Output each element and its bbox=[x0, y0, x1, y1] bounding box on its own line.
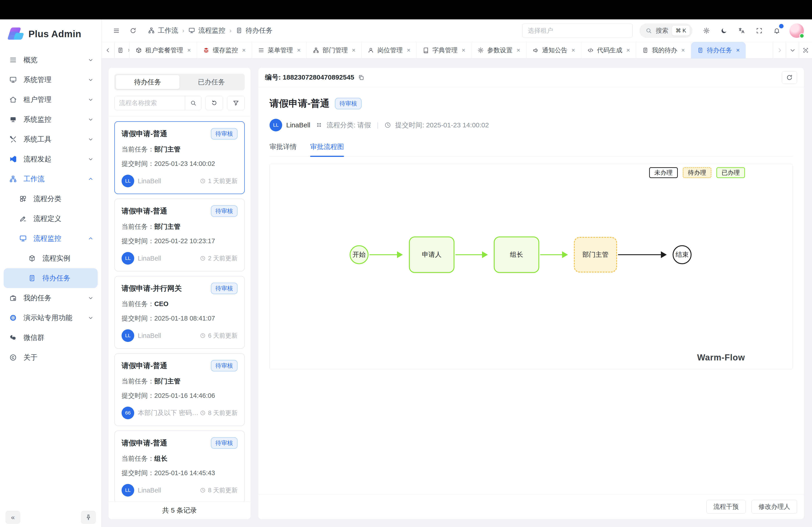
sidebar-item-6[interactable]: 工作流 bbox=[0, 169, 101, 189]
task-card-3[interactable]: 请假申请-普通 待审核 当前任务：部门主管 提交时间：2025-01-16 14… bbox=[114, 353, 245, 426]
tab-close-icon[interactable]: × bbox=[462, 47, 465, 54]
tabs-scroll-right-button[interactable] bbox=[773, 42, 786, 58]
card-user-name: LinaBell bbox=[138, 255, 200, 262]
page-tab-参数设置[interactable]: 参数设置× bbox=[472, 42, 526, 58]
task-search-input[interactable] bbox=[115, 96, 185, 110]
tab-close-icon[interactable]: × bbox=[736, 47, 740, 54]
sidebar-item-13[interactable]: 演示站专用功能 bbox=[0, 308, 101, 328]
user-avatar[interactable] bbox=[789, 24, 804, 38]
page-tab-岗位管理[interactable]: 岗位管理× bbox=[362, 42, 416, 58]
page-tab-缓存监控[interactable]: 缓存监控× bbox=[197, 42, 252, 58]
sidebar-item-7[interactable]: 流程分类 bbox=[0, 189, 101, 209]
content-fullscreen-button[interactable] bbox=[799, 42, 812, 58]
gear-icon bbox=[703, 27, 710, 34]
breadcrumb-item-0[interactable]: 工作流 bbox=[148, 26, 178, 35]
settings-button[interactable] bbox=[701, 26, 711, 35]
tab-close-icon[interactable]: × bbox=[517, 47, 520, 54]
breadcrumb-item-2[interactable]: 待办任务 bbox=[236, 26, 273, 35]
page-tab-clipped[interactable]: × bbox=[115, 42, 129, 58]
task-card-2[interactable]: 请假申请-并行网关 待审核 当前任务：CEO 提交时间：2025-01-18 0… bbox=[114, 276, 245, 349]
sidebar-item-5[interactable]: 流程发起 bbox=[0, 149, 101, 169]
chevron-down-icon bbox=[88, 97, 93, 103]
page-tab-字典管理[interactable]: 字典管理× bbox=[417, 42, 472, 58]
sidebar-item-3[interactable]: 系统监控 bbox=[0, 109, 101, 130]
sidebar-item-0[interactable]: 概览 bbox=[0, 50, 101, 70]
redis-icon bbox=[203, 47, 209, 54]
task-card-1[interactable]: 请假申请-普通 待审核 当前任务：部门主管 提交时间：2025-01-22 10… bbox=[114, 199, 245, 271]
pin-icon bbox=[85, 514, 92, 521]
notifications-button[interactable] bbox=[772, 26, 782, 35]
card-updated: 2 天前更新 bbox=[200, 254, 237, 262]
task-search-button[interactable] bbox=[185, 96, 201, 110]
detail-tab-审批流程图[interactable]: 审批流程图 bbox=[310, 142, 344, 156]
sidebar-item-11[interactable]: 待办任务 bbox=[4, 268, 98, 288]
card-current-task: 当前任务：CEO bbox=[121, 300, 237, 308]
tabs-scroll-left-button[interactable] bbox=[102, 42, 115, 58]
tenant-select-input[interactable] bbox=[522, 24, 633, 38]
flow-node-结束[interactable]: 结束 bbox=[672, 245, 692, 264]
expand-icon bbox=[756, 27, 763, 34]
fullscreen-button[interactable] bbox=[754, 26, 764, 35]
dark-mode-button[interactable] bbox=[719, 26, 729, 35]
task-filter-button[interactable] bbox=[227, 96, 245, 110]
tab-close-icon[interactable]: × bbox=[626, 47, 630, 54]
tab-close-icon[interactable]: × bbox=[297, 47, 301, 54]
tab-bar: ×租户套餐管理×缓存监控×菜单管理×部门管理×岗位管理×字典管理×参数设置×通知… bbox=[102, 42, 812, 59]
sidebar-item-15[interactable]: 关于 bbox=[0, 348, 101, 367]
sidebar-item-9[interactable]: 流程监控 bbox=[0, 229, 101, 249]
flow-node-申请人[interactable]: 申请人 bbox=[409, 237, 454, 273]
tab-close-icon[interactable]: × bbox=[128, 47, 129, 54]
tab-close-icon[interactable]: × bbox=[571, 47, 575, 54]
tab-label: 字典管理 bbox=[432, 46, 458, 55]
sidebar-collapse-button[interactable]: « bbox=[5, 511, 20, 524]
hamburger-icon[interactable] bbox=[112, 26, 121, 35]
tab-close-icon[interactable]: × bbox=[352, 47, 356, 54]
sidebar-item-8[interactable]: 流程定义 bbox=[0, 209, 101, 229]
sidebar-pin-button[interactable] bbox=[81, 511, 96, 524]
page-tab-代码生成[interactable]: 代码生成× bbox=[581, 42, 636, 58]
page-tab-部门管理[interactable]: 部门管理× bbox=[307, 42, 362, 58]
sidebar-item-1[interactable]: 系统管理 bbox=[0, 70, 101, 90]
sidebar-item-label: 演示站专用功能 bbox=[24, 313, 88, 322]
flow-node-部门主管[interactable]: 部门主管 bbox=[574, 237, 617, 272]
tab-close-icon[interactable]: × bbox=[187, 47, 191, 54]
breadcrumb-item-1[interactable]: 流程监控 bbox=[188, 26, 225, 35]
tab-close-icon[interactable]: × bbox=[681, 47, 685, 54]
sidebar-item-label: 流程发起 bbox=[24, 154, 88, 164]
tabs-dropdown-button[interactable] bbox=[786, 42, 799, 58]
clock-icon bbox=[200, 255, 206, 261]
language-button[interactable] bbox=[737, 26, 746, 35]
page-tab-菜单管理[interactable]: 菜单管理× bbox=[252, 42, 307, 58]
detail-tab-审批详情[interactable]: 审批详情 bbox=[270, 142, 296, 156]
task-reset-button[interactable] bbox=[205, 96, 223, 110]
copy-icon[interactable] bbox=[358, 74, 364, 81]
sidebar-item-2[interactable]: 租户管理 bbox=[0, 90, 101, 109]
card-updated: 1 天前更新 bbox=[200, 177, 237, 185]
action-button-流程干预[interactable]: 流程干预 bbox=[707, 500, 746, 514]
flow-node-开始[interactable]: 开始 bbox=[350, 245, 368, 264]
task-card-0[interactable]: 请假申请-普通 待审核 当前任务：部门主管 提交时间：2025-01-23 14… bbox=[114, 121, 245, 194]
task-cards: 请假申请-普通 待审核 当前任务：部门主管 提交时间：2025-01-23 14… bbox=[108, 116, 250, 501]
task-tab-已办任务[interactable]: 已办任务 bbox=[179, 75, 243, 89]
tab-close-icon[interactable]: × bbox=[242, 47, 246, 54]
task-tab-待办任务[interactable]: 待办任务 bbox=[116, 75, 179, 89]
global-search-button[interactable]: 搜索 ⌘ K bbox=[639, 24, 693, 38]
task-card-4[interactable]: 请假申请-普通 待审核 当前任务：组长 提交时间：2025-01-16 14:4… bbox=[114, 431, 245, 501]
card-user-name: LinaBell bbox=[138, 487, 200, 494]
sidebar: Plus Admin 概览系统管理租户管理系统监控系统工具流程发起工作流流程分类… bbox=[0, 19, 102, 527]
clipboard-icon bbox=[642, 47, 649, 54]
tab-close-icon[interactable]: × bbox=[407, 47, 410, 54]
sidebar-item-12[interactable]: 我的任务 bbox=[0, 288, 101, 308]
page-tab-待办任务[interactable]: 待办任务× bbox=[691, 42, 746, 58]
detail-refresh-button[interactable] bbox=[782, 71, 797, 84]
sidebar-item-10[interactable]: 流程实例 bbox=[0, 249, 101, 268]
page-tab-我的待办[interactable]: 我的待办× bbox=[636, 42, 691, 58]
flow-node-组长[interactable]: 组长 bbox=[494, 237, 539, 273]
action-button-修改办理人[interactable]: 修改办理人 bbox=[752, 500, 797, 514]
page-tab-租户套餐管理[interactable]: 租户套餐管理× bbox=[129, 42, 197, 58]
card-current-task: 当前任务：部门主管 bbox=[121, 222, 237, 231]
page-tab-通知公告[interactable]: 通知公告× bbox=[526, 42, 581, 58]
sidebar-item-4[interactable]: 系统工具 bbox=[0, 130, 101, 149]
sidebar-item-14[interactable]: 微信群 bbox=[0, 328, 101, 348]
refresh-icon[interactable] bbox=[128, 26, 138, 35]
